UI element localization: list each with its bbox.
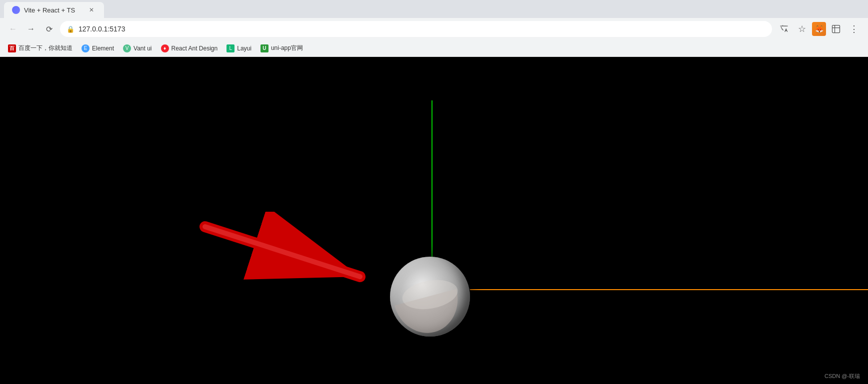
bookmark-layui[interactable]: L Layui [222, 42, 256, 54]
tab-favicon [12, 6, 20, 14]
watermark-text: CSDN @-联瑞 [824, 373, 860, 379]
back-button[interactable]: ← [6, 22, 20, 36]
svg-line-2 [205, 227, 360, 277]
antd-favicon: ♦ [161, 44, 169, 52]
bookmark-star-button[interactable]: ☆ [794, 21, 810, 37]
bookmarks-bar: 百 百度一下，你就知道 E Element V Vant ui ♦ React … [0, 40, 868, 57]
menu-button[interactable]: ⋮ [846, 21, 862, 37]
baidu-favicon: 百 [8, 44, 16, 52]
metamask-icon[interactable]: 🦊 [812, 22, 826, 36]
forward-button[interactable]: → [24, 22, 38, 36]
layui-favicon: L [226, 44, 234, 52]
nav-bar: ← → ⟳ 🔒 127.0.0.1:5173 ☆ 🦊 ⋮ [0, 18, 868, 40]
extensions-button[interactable] [828, 21, 844, 37]
element-favicon: E [82, 44, 90, 52]
uniapp-favicon: U [260, 44, 268, 52]
webpage-content: CSDN @-联瑞 [0, 57, 868, 384]
bookmark-uniapp[interactable]: U uni-app官网 [256, 42, 307, 54]
tab-close-button[interactable]: ✕ [87, 5, 96, 14]
3d-sphere [390, 257, 470, 337]
uniapp-label: uni-app官网 [271, 44, 303, 52]
3d-scene: CSDN @-联瑞 [0, 57, 868, 384]
arrow-container [195, 212, 395, 292]
layui-label: Layui [237, 45, 252, 52]
lock-icon: 🔒 [66, 25, 74, 33]
reload-button[interactable]: ⟳ [42, 22, 56, 36]
x-axis [470, 289, 868, 290]
tab-title: Vite + React + TS [24, 6, 83, 14]
baidu-label: 百度一下，你就知道 [18, 44, 72, 52]
vant-label: Vant ui [134, 45, 152, 52]
bookmark-baidu[interactable]: 百 百度一下，你就知道 [4, 42, 76, 54]
tab-bar: Vite + React + TS ✕ [0, 0, 868, 18]
bookmark-antd[interactable]: ♦ React Ant Design [157, 42, 222, 54]
bookmark-vant[interactable]: V Vant ui [119, 42, 156, 54]
url-text: 127.0.0.1:5173 [78, 25, 766, 33]
watermark: CSDN @-联瑞 [824, 373, 860, 380]
active-tab[interactable]: Vite + React + TS ✕ [4, 2, 104, 18]
translate-button[interactable] [776, 21, 792, 37]
svg-line-1 [205, 227, 360, 277]
sphere-container [390, 257, 470, 337]
element-label: Element [92, 45, 114, 52]
vant-favicon: V [123, 44, 131, 52]
antd-label: React Ant Design [172, 45, 218, 52]
nav-right-icons: ☆ 🦊 ⋮ [776, 21, 862, 37]
address-bar[interactable]: 🔒 127.0.0.1:5173 [60, 21, 772, 37]
bookmark-element[interactable]: E Element [78, 42, 118, 54]
browser-chrome: Vite + React + TS ✕ ← → ⟳ 🔒 127.0.0.1:51… [0, 0, 868, 384]
red-arrow [195, 212, 395, 292]
